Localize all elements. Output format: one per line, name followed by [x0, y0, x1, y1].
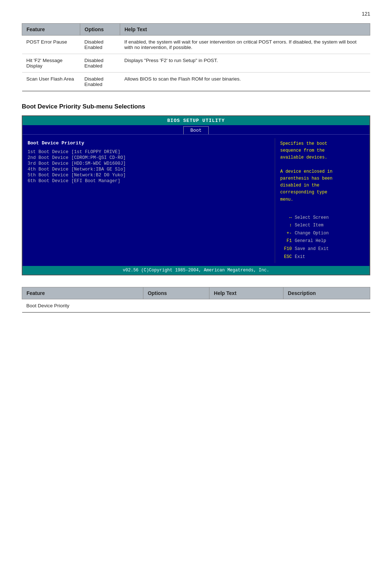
table-cell — [209, 299, 283, 313]
bios-key-sym: ↔ — [280, 214, 292, 222]
bios-boot-label: 6th Boot Device — [28, 179, 69, 184]
bios-key-desc: Exit — [295, 253, 305, 261]
bios-left-panel: Boot Device Priority 1st Boot Device[1st… — [23, 138, 275, 263]
bios-boot-value: [HDD:SM-WDC WD1600J] — [72, 161, 126, 166]
bios-boot-label: 2nd Boot Device — [28, 155, 69, 160]
bios-boot-item: 6th Boot Device[EFI Boot Manager] — [28, 179, 270, 184]
bios-key-sym: F1 — [280, 237, 292, 245]
bios-boot-item: 4th Boot Device[Network:IBA GE Slo] — [28, 167, 270, 172]
bios-tab-boot: Boot — [183, 126, 208, 134]
bios-right-panel: Specifies the boot sequence from the ava… — [275, 138, 369, 263]
bios-key-desc: Change Option — [295, 230, 329, 238]
col-header: Options — [143, 287, 209, 299]
bios-boot-value: [Network:IBA GE Slo] — [72, 167, 126, 172]
bios-key-row: F1General Help — [280, 237, 364, 245]
bios-boot-value: [1st FLOPPY DRIVE] — [72, 149, 121, 155]
col-header-options: Options — [80, 24, 120, 36]
table-row: POST Error PauseDisabled EnabledIf enabl… — [22, 36, 370, 54]
bios-key-sym: F10 — [280, 245, 292, 253]
table-row: Scan User Flash AreaDisabled EnabledAllo… — [22, 73, 370, 91]
table-cell — [283, 299, 370, 313]
bios-help-text: Specifies the boot sequence from the ava… — [280, 140, 364, 203]
bios-boot-label: 4th Boot Device — [28, 167, 69, 172]
bios-key-sym: ESC — [280, 253, 292, 261]
bios-boot-item: 3rd Boot Device[HDD:SM-WDC WD1600J] — [28, 161, 270, 166]
bios-key-desc: Select Screen — [295, 214, 329, 222]
cell-help: If enabled, the system will wait for use… — [120, 36, 370, 54]
feature-table-top: Feature Options Help Text POST Error Pau… — [22, 23, 370, 91]
cell-feature: Scan User Flash Area — [22, 73, 80, 91]
col-header-help: Help Text — [120, 24, 370, 36]
bios-boot-label: 3rd Boot Device — [28, 161, 69, 166]
bios-title-bar: BIOS SETUP UTILITY — [23, 116, 369, 125]
bios-boot-value: [CDROM:PM-QSI CD-RO] — [72, 155, 126, 160]
bios-key-row: F10Save and Exit — [280, 245, 364, 253]
bios-section-title: Boot Device Priority — [28, 140, 270, 146]
col-header-feature: Feature — [22, 24, 80, 36]
bios-boot-value: [Network:B2 D0 Yuko] — [72, 173, 126, 178]
bios-boot-list: 1st Boot Device[1st FLOPPY DRIVE]2nd Boo… — [28, 149, 270, 184]
bios-footer: v02.56 (C)Copyright 1985-2004, American … — [23, 266, 369, 275]
bios-boot-label: 5th Boot Device — [28, 173, 69, 178]
bios-key-sym: ↕ — [280, 222, 292, 230]
table-cell: Boot Device Priority — [22, 299, 143, 313]
bios-key-desc: Save and Exit — [295, 245, 329, 253]
bios-key-sym: +- — [280, 230, 292, 238]
bios-key-row: ↕Select Item — [280, 222, 364, 230]
bios-boot-item: 5th Boot Device[Network:B2 D0 Yuko] — [28, 173, 270, 178]
bios-content: Boot Device Priority 1st Boot Device[1st… — [23, 135, 369, 263]
bios-boot-item: 1st Boot Device[1st FLOPPY DRIVE] — [28, 149, 270, 155]
page-number: 121 — [22, 11, 370, 17]
cell-help: Displays "Press 'F2' to run Setup" in PO… — [120, 54, 370, 73]
table-row: Boot Device Priority — [22, 299, 370, 313]
bios-tabs: Boot — [23, 125, 369, 135]
cell-options: Disabled Enabled — [80, 36, 120, 54]
feature-table-bottom: FeatureOptionsHelp TextDescription Boot … — [22, 287, 370, 313]
cell-feature: Hit 'F2' Message Display — [22, 54, 80, 73]
bios-key-row: +-Change Option — [280, 230, 364, 238]
submenu-heading: Boot Device Priority Sub-menu Selections — [22, 103, 370, 110]
col-header: Feature — [22, 287, 143, 299]
cell-help: Allows BIOS to scan the Flash ROM for us… — [120, 73, 370, 91]
table-row: Hit 'F2' Message DisplayDisabled Enabled… — [22, 54, 370, 73]
col-header: Description — [283, 287, 370, 299]
bios-boot-value: [EFI Boot Manager] — [72, 179, 121, 184]
cell-options: Disabled Enabled — [80, 54, 120, 73]
bios-screen: BIOS SETUP UTILITY Boot Boot Device Prio… — [22, 115, 370, 275]
bios-key-row: ESCExit — [280, 253, 364, 261]
bios-key-row: ↔Select Screen — [280, 214, 364, 222]
bios-boot-item: 2nd Boot Device[CDROM:PM-QSI CD-RO] — [28, 155, 270, 160]
table-cell — [143, 299, 209, 313]
cell-options: Disabled Enabled — [80, 73, 120, 91]
bios-boot-label: 1st Boot Device — [28, 149, 69, 155]
bios-key-desc: General Help — [295, 237, 326, 245]
bios-keys: ↔Select Screen↕Select Item+-Change Optio… — [280, 214, 364, 261]
cell-feature: POST Error Pause — [22, 36, 80, 54]
bios-key-desc: Select Item — [295, 222, 323, 230]
col-header: Help Text — [209, 287, 283, 299]
